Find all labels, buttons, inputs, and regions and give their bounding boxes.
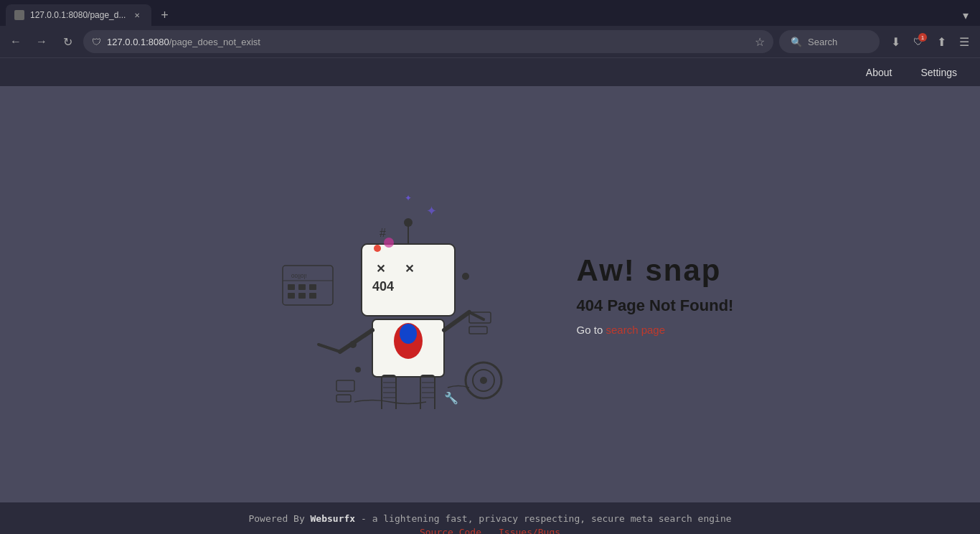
address-bar: ← → ↻ 🛡 127.0.0.1:8080/page_does_not_exi… bbox=[0, 26, 980, 57]
forward-button[interactable]: → bbox=[32, 32, 52, 52]
tab-bar: 127.0.0.1:8080/page_d... ✕ + ▾ bbox=[0, 0, 980, 26]
svg-line-22 bbox=[319, 345, 340, 352]
error-container: ✦ ✦ # 00||0|! ✕ bbox=[247, 179, 734, 409]
menu-button[interactable]: ☰ bbox=[954, 32, 974, 52]
app-nav-links: About Settings bbox=[854, 61, 969, 84]
download-button[interactable]: ⬇ bbox=[885, 32, 905, 52]
svg-rect-8 bbox=[309, 284, 316, 290]
active-tab[interactable]: 127.0.0.1:8080/page_d... ✕ bbox=[6, 4, 151, 26]
search-page-link[interactable]: search page bbox=[606, 324, 665, 336]
share-button[interactable]: ⬆ bbox=[931, 32, 951, 52]
svg-rect-48 bbox=[336, 380, 354, 391]
svg-point-46 bbox=[355, 367, 361, 373]
issues-bugs-link[interactable]: Issues/Bugs bbox=[499, 527, 560, 534]
svg-text:✦: ✦ bbox=[405, 193, 412, 203]
footer: Powered By Websurfx - a lightening fast,… bbox=[0, 502, 980, 534]
svg-text:00||0|!: 00||0|! bbox=[291, 273, 307, 279]
footer-links: Source Code Issues/Bugs bbox=[420, 527, 560, 534]
extension-badge: 1 bbox=[918, 33, 927, 42]
url-bar[interactable]: 🛡 127.0.0.1:8080/page_does_not_exist ☆ bbox=[83, 30, 773, 53]
new-tab-button[interactable]: + bbox=[154, 5, 174, 25]
reload-button[interactable]: ↻ bbox=[57, 32, 77, 52]
tab-close-button[interactable]: ✕ bbox=[131, 9, 143, 21]
source-code-link[interactable]: Source Code bbox=[420, 527, 481, 534]
error-heading: Aw! snap bbox=[577, 253, 734, 288]
svg-rect-9 bbox=[288, 293, 295, 299]
svg-line-24 bbox=[469, 312, 484, 319]
bookmark-star-icon[interactable]: ☆ bbox=[755, 35, 765, 49]
url-text: 127.0.0.1:8080/page_does_not_exist bbox=[107, 37, 743, 47]
search-box[interactable]: 🔍 Search bbox=[779, 30, 880, 53]
search-icon: 🔍 bbox=[791, 37, 802, 47]
svg-rect-10 bbox=[298, 293, 306, 299]
svg-point-42 bbox=[374, 245, 381, 252]
main-content: ✦ ✦ # 00||0|! ✕ bbox=[0, 86, 980, 502]
svg-rect-7 bbox=[298, 284, 306, 290]
tab-title: 127.0.0.1:8080/page_d... bbox=[30, 10, 126, 20]
nav-about-link[interactable]: About bbox=[854, 61, 904, 84]
error-description: Go to search page bbox=[577, 324, 734, 336]
svg-text:#: # bbox=[380, 227, 386, 239]
svg-rect-49 bbox=[336, 395, 351, 402]
footer-brand: Websurfx bbox=[311, 513, 356, 524]
svg-text:✕: ✕ bbox=[405, 263, 414, 275]
svg-text:404: 404 bbox=[372, 279, 394, 294]
nav-settings-link[interactable]: Settings bbox=[909, 61, 969, 84]
footer-powered-text: Powered By Websurfx - a lightening fast,… bbox=[248, 513, 731, 524]
svg-text:🔧: 🔧 bbox=[444, 391, 458, 405]
error-subheading: 404 Page Not Found! bbox=[577, 296, 734, 315]
svg-point-43 bbox=[384, 238, 394, 248]
extension-button[interactable]: 🛡 1 bbox=[908, 32, 928, 52]
svg-point-45 bbox=[349, 341, 357, 348]
error-text-block: Aw! snap 404 Page Not Found! Go to searc… bbox=[577, 253, 734, 336]
robot-illustration: ✦ ✦ # 00||0|! ✕ bbox=[247, 179, 519, 409]
svg-point-44 bbox=[462, 273, 469, 280]
tab-list-chevron[interactable]: ▾ bbox=[957, 6, 974, 25]
svg-point-20 bbox=[400, 324, 417, 344]
app-nav: About Settings bbox=[0, 57, 980, 86]
svg-text:✦: ✦ bbox=[426, 204, 437, 218]
svg-point-17 bbox=[404, 218, 413, 227]
tab-bar-right: ▾ bbox=[957, 6, 974, 25]
svg-text:✕: ✕ bbox=[376, 263, 385, 275]
robot-svg: ✦ ✦ # 00||0|! ✕ bbox=[247, 179, 519, 409]
svg-line-21 bbox=[340, 330, 372, 352]
svg-rect-11 bbox=[309, 293, 316, 299]
toolbar-icons: ⬇ 🛡 1 ⬆ ☰ bbox=[885, 32, 974, 52]
search-box-label: Search bbox=[808, 37, 837, 47]
svg-rect-41 bbox=[469, 327, 487, 334]
svg-point-39 bbox=[480, 377, 487, 384]
security-shield-icon: 🛡 bbox=[92, 37, 101, 47]
back-button[interactable]: ← bbox=[6, 32, 26, 52]
svg-rect-6 bbox=[288, 284, 295, 290]
tab-favicon bbox=[14, 10, 24, 20]
